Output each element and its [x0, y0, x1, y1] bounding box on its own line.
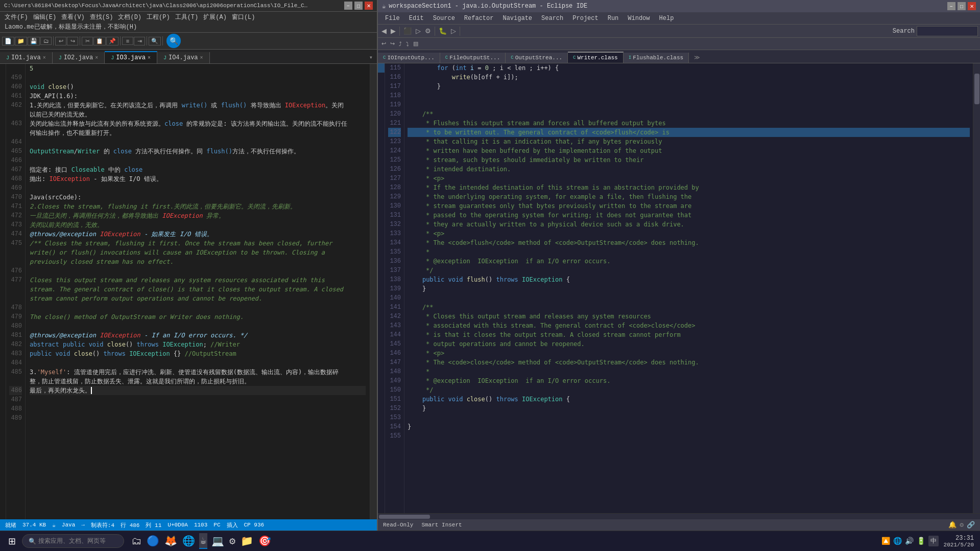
tool-save[interactable]: 💾 — [28, 37, 40, 45]
eclipse-hscrollbar-thumb[interactable] — [379, 515, 430, 519]
tool-copy[interactable]: 📋 — [93, 37, 106, 45]
tab-io4[interactable]: J IO4.java × — [157, 52, 210, 63]
search-icon-container[interactable]: 🔍 — [166, 34, 181, 48]
tab-io2-close[interactable]: × — [95, 55, 98, 61]
taskbar-app-extra2[interactable]: 🎯 — [257, 534, 272, 548]
eclipse-divider-3 — [460, 27, 460, 36]
eclipse-tool-r3[interactable]: ⤴ — [397, 40, 403, 48]
eclipse-num-123: 123 — [388, 137, 401, 146]
eclipse-scrollbar[interactable] — [973, 63, 980, 513]
eclipse-close[interactable]: ✕ — [968, 2, 976, 10]
tool-paste[interactable]: 📌 — [106, 37, 118, 45]
eclipse-scrollbar-thumb[interactable] — [974, 74, 979, 104]
eclipse-tool-r4[interactable]: ⤵ — [404, 40, 411, 48]
tray-network-icon[interactable]: 🌐 — [893, 537, 902, 545]
menu-view[interactable]: 查看(V) — [59, 12, 87, 22]
tab-io1[interactable]: J IO1.java × — [0, 52, 53, 63]
tab-io4-close[interactable]: × — [200, 55, 203, 61]
eclipse-menu-search[interactable]: Search — [537, 14, 567, 22]
eclipse-menu-help[interactable]: Help — [655, 14, 678, 22]
taskbar-app-explorer[interactable]: 🗂 — [130, 534, 142, 548]
eclipse-menu-refactor[interactable]: Refactor — [460, 14, 498, 22]
menu-doc[interactable]: 文档(D) — [115, 12, 144, 22]
tool-redo[interactable]: ↪ — [67, 37, 78, 45]
eclipse-tool-debug[interactable]: 🐛 — [437, 27, 448, 35]
eclipse-tool-4[interactable]: ▷ — [414, 27, 422, 35]
eclipse-menu-run[interactable]: Run — [604, 14, 623, 22]
tool-open[interactable]: 📁 — [15, 37, 27, 45]
eclipse-menu-source[interactable]: Source — [429, 14, 459, 22]
eclipse-tab-flushable[interactable]: I Flushable.class — [624, 53, 689, 63]
menu-file[interactable]: 文件(F) — [2, 12, 31, 22]
eclipse-menu-window[interactable]: Window — [624, 14, 654, 22]
taskbar-app-extra1[interactable]: 📁 — [240, 534, 254, 548]
menu-extend[interactable]: 扩展(A) — [201, 12, 229, 22]
eclipse-toolbar-1: ◀ ▶ ⬛ ▷ ⚙ 🐛 ▷ Search — [378, 25, 980, 38]
menu-tools[interactable]: 工具(T) — [173, 12, 201, 22]
eclipse-num-147: 147 — [388, 358, 401, 367]
eclipse-menu-edit[interactable]: Edit — [405, 14, 428, 22]
eclipse-code-147: * The <code>close</code> method of <code… — [408, 358, 970, 367]
tool-format[interactable]: ≡ — [122, 37, 133, 45]
eclipse-num-146: 146 — [388, 349, 401, 358]
code-line-476 — [30, 266, 366, 276]
start-button[interactable]: ⊞ — [4, 534, 20, 549]
minimize-button[interactable]: − — [344, 2, 352, 10]
taskbar-search-button[interactable]: 🔍 搜索应用、文档、网页等 — [22, 534, 124, 548]
tab-io2[interactable]: J IO2.java × — [53, 52, 105, 63]
tool-cut[interactable]: ✂ — [82, 37, 93, 45]
eclipse-tool-run[interactable]: ▷ — [449, 27, 458, 35]
tool-find[interactable]: 🔍 — [149, 37, 161, 45]
tool-new[interactable]: 📄 — [2, 37, 14, 45]
eclipse-tool-2[interactable]: ▶ — [389, 27, 397, 35]
left-scrollbar[interactable] — [370, 64, 377, 519]
taskbar-app-settings[interactable]: ⚙ — [228, 534, 236, 548]
menu-project[interactable]: 工程(P) — [144, 12, 173, 22]
maximize-button[interactable]: □ — [354, 2, 363, 10]
eclipse-hscrollbar[interactable] — [378, 513, 980, 519]
tool-undo[interactable]: ↩ — [55, 37, 66, 45]
eclipse-tool-r2[interactable]: ↪ — [389, 40, 396, 48]
eclipse-tab-outputstream[interactable]: C OutputStrea... — [506, 53, 568, 63]
eclipse-minimize[interactable]: − — [947, 2, 955, 10]
eclipse-tab-expand[interactable]: ≫ — [691, 52, 703, 63]
eclipse-code-140 — [408, 293, 970, 303]
taskbar-clock[interactable]: 23:31 2021/5/20 — [942, 535, 976, 548]
eclipse-menu-project[interactable]: Project — [568, 14, 602, 22]
eclipse-title-text: workspaceSection1 - java.io.OutputStream… — [389, 3, 947, 10]
eclipse-maximize[interactable]: □ — [958, 2, 966, 10]
taskbar-app-browser1[interactable]: 🔵 — [146, 534, 160, 548]
eclipse-tab-writer[interactable]: C Writer.class — [568, 52, 624, 63]
menu-help[interactable]: Laomo.me已破解，标题显示未注册，不影响(H) — [2, 22, 139, 32]
eclipse-tab-fileoutput[interactable]: C FileOutputSt... — [440, 53, 506, 63]
eclipse-tool-5[interactable]: ⚙ — [423, 27, 433, 35]
menu-search[interactable]: 查找(S) — [87, 12, 116, 22]
left-code-content[interactable]: 5 void close() JDK_API(1.6): 1.关闭此流，但要先刷… — [26, 64, 370, 519]
taskbar-app-java[interactable]: ☕ — [199, 533, 207, 549]
taskbar-app-browser2[interactable]: 🦊 — [163, 534, 178, 548]
eclipse-tool-r1[interactable]: ↩ — [380, 40, 388, 48]
tray-volume-icon[interactable]: 🔊 — [905, 537, 914, 545]
eclipse-search-input[interactable] — [917, 26, 978, 36]
tray-battery-icon[interactable]: 🔋 — [917, 537, 925, 545]
eclipse-menu-navigate[interactable]: Navigate — [498, 14, 536, 22]
tab-io1-close[interactable]: × — [43, 55, 46, 61]
eclipse-code-content[interactable]: for (int i = 0 ; i < len ; i++) { write(… — [404, 63, 973, 513]
taskbar-app-browser3[interactable]: 🌐 — [181, 534, 196, 548]
eclipse-tool-3[interactable]: ⬛ — [402, 27, 413, 35]
taskbar-app-vscode[interactable]: 💻 — [210, 534, 225, 548]
tool-save-all[interactable]: 🗂 — [40, 37, 52, 45]
tray-icon-1[interactable]: 🔼 — [881, 537, 890, 545]
eclipse-tool-1[interactable]: ◀ — [380, 27, 388, 35]
eclipse-menu-file[interactable]: File — [381, 14, 404, 22]
menu-window[interactable]: 窗口(L) — [229, 12, 258, 22]
tray-lang-icon[interactable]: 中 — [928, 536, 939, 546]
close-button[interactable]: ✕ — [365, 2, 373, 10]
tool-indent[interactable]: ⇥ — [134, 37, 145, 45]
tab-expand-btn[interactable]: ▾ — [365, 52, 377, 63]
eclipse-tab-ioinput[interactable]: C IOInputOutp... — [378, 53, 440, 63]
eclipse-tool-r5[interactable]: ▤ — [412, 40, 420, 48]
tab-io3[interactable]: J IO3.java × — [105, 51, 157, 63]
tab-io3-close[interactable]: × — [148, 55, 151, 61]
menu-edit[interactable]: 编辑(E) — [31, 12, 59, 22]
